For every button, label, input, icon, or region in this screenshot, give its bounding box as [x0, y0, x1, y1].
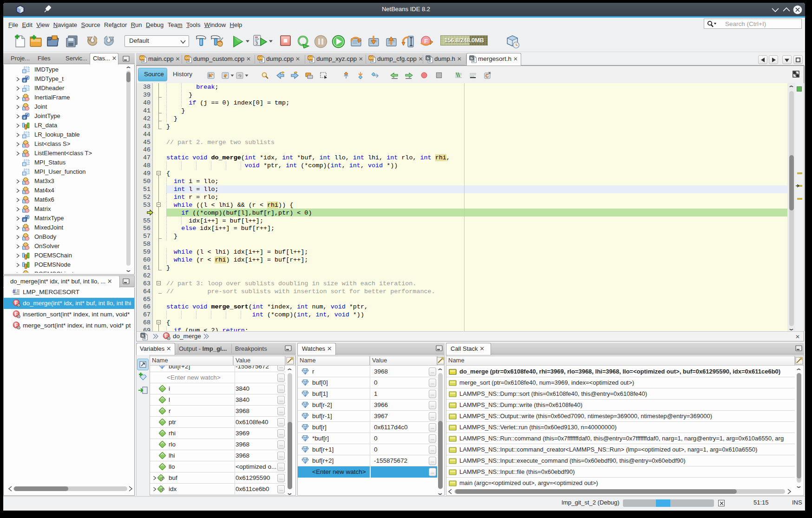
svg-text:e: e [23, 115, 26, 120]
svg-text:h: h [471, 56, 473, 60]
svg-text:C: C [485, 73, 489, 79]
svg-text:F: F [424, 38, 428, 45]
svg-text:CC: CC [185, 56, 190, 59]
svg-text:CC: CC [258, 56, 263, 59]
svg-text:#: # [13, 288, 16, 295]
svg-text:h: h [142, 334, 144, 338]
svg-text:e: e [23, 78, 26, 83]
svg-text:CC: CC [369, 56, 374, 59]
svg-text:CC: CC [140, 56, 145, 59]
svg-text:h: h [427, 56, 429, 60]
svg-text:e: e [23, 217, 26, 222]
svg-text:CC: CC [308, 56, 313, 59]
svg-text:3: 3 [255, 41, 258, 46]
